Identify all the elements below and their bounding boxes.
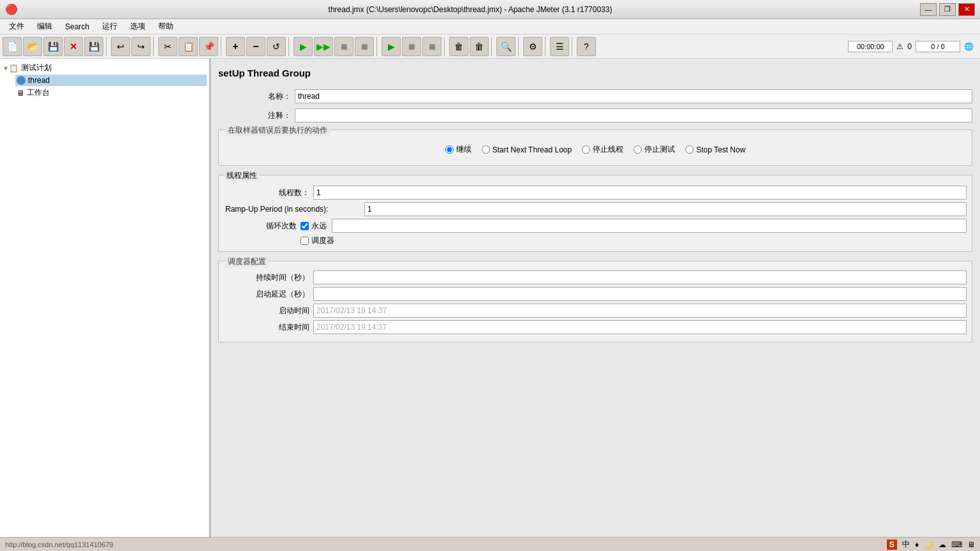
radio-stop-now[interactable]: Stop Test Now [685,145,745,154]
scheduler-config-label: 调度器配置 [225,256,269,267]
content-panel: setUp Thread Group 名称： 注释： 在取样器错误后要执行的动作… [211,59,980,537]
remote-shutdown-button[interactable]: ⏹ [422,37,442,56]
toolbar-sep-7 [491,37,494,56]
rampup-input[interactable] [364,202,967,216]
forever-checkbox[interactable] [301,222,309,230]
systray-chinese: 中 [902,539,910,550]
thread-count-label: 线程数： [224,187,313,198]
run-selected-button[interactable]: ▶▶ [314,37,333,56]
ratio-display: 0 / 0 [916,41,960,52]
shutdown-button[interactable]: ⏹ [355,37,374,56]
radio-continue-label: 继续 [456,144,471,155]
window-controls: — ❐ ✕ [920,3,975,16]
undo-button[interactable]: ↩ [111,37,130,56]
name-input[interactable] [295,89,972,103]
comment-row: 注释： [218,108,972,123]
clear-all-button[interactable]: 🗑 [470,37,489,56]
scheduler-label: 调度器 [311,235,334,246]
remote-stop-button[interactable]: ⏹ [402,37,421,56]
toolbar-sep-4 [288,37,291,56]
systray-monitor: 🖥 [967,540,975,549]
toolbar-sep-10 [572,37,574,56]
comment-input[interactable] [295,108,972,122]
loop-input[interactable] [332,219,967,233]
warning-count: 0 [907,42,912,51]
radio-continue[interactable]: 继续 [445,144,471,155]
radio-stop-now-label: Stop Test Now [696,145,745,154]
comment-label: 注释： [218,110,295,121]
menu-options[interactable]: 选项 [124,20,152,33]
duration-input[interactable] [313,270,967,284]
copy-button[interactable]: 📋 [179,37,198,56]
redo-button[interactable]: ↪ [131,37,151,56]
close-button[interactable]: ✕ [958,3,975,16]
menu-help[interactable]: 帮助 [152,20,180,33]
test-plan-label: 测试计划 [21,62,52,73]
open-button[interactable]: 📂 [23,37,42,56]
form-container: setUp Thread Group 名称： 注释： 在取样器错误后要执行的动作… [211,59,980,353]
menu-run[interactable]: 运行 [96,20,124,33]
cut-button[interactable]: ✂ [158,37,177,56]
menu-search[interactable]: Search [59,21,96,33]
save2-button[interactable]: 💾 [84,37,103,56]
menu-bar: 文件 编辑 Search 运行 选项 帮助 [0,19,980,34]
remote-start-button[interactable]: ▶ [382,37,401,56]
radio-stop-thread-label: 停止线程 [593,144,623,155]
end-time-input[interactable] [313,320,967,334]
section-title: setUp Thread Group [218,64,972,82]
start-time-input[interactable] [313,304,967,318]
collapse-button[interactable]: − [246,37,265,56]
menu-file[interactable]: 文件 [3,20,31,33]
thread-icon [17,76,26,85]
workbench-item[interactable]: 🖥 工作台 [15,86,207,99]
toolbar-sep-3 [221,37,223,56]
revert-button[interactable]: ✕ [64,37,83,56]
delay-input[interactable] [313,287,967,301]
thread-label: thread [28,76,50,85]
thread-count-row: 线程数： [224,186,967,200]
list-button[interactable]: ☰ [550,37,569,56]
scheduler-row: 调度器 [224,235,967,246]
delay-label: 启动延迟（秒） [224,289,313,300]
radio-stop-test-label: 停止测试 [644,144,675,155]
search-button[interactable]: 🔍 [496,37,516,56]
delay-row: 启动延迟（秒） [224,287,967,301]
thread-props-content: 线程数： Ramp-Up Period (in seconds): 循环次数 永… [224,186,967,246]
title-bar: 🔴 thread.jmx (C:\Users\lenovopc\Desktop\… [0,0,980,19]
duration-row: 持续时间（秒） [224,270,967,284]
tree-children: thread 🖥 工作台 [3,75,207,99]
expand-button[interactable]: + [226,37,245,56]
scheduler-config-section: 调度器配置 持续时间（秒） 启动延迟（秒） 启动时间 [218,261,972,342]
scheduler-checkbox[interactable] [301,237,309,245]
clear-button[interactable]: 🗑 [449,37,468,56]
thread-count-input[interactable] [313,186,967,200]
end-time-row: 结束时间 [224,320,967,334]
scheduler-config-content: 持续时间（秒） 启动延迟（秒） 启动时间 结束时间 [224,270,967,334]
restore-button[interactable]: ❐ [939,3,956,16]
end-time-label: 结束时间 [224,322,313,333]
save-button[interactable]: 💾 [43,37,63,56]
radio-stop-thread[interactable]: 停止线程 [582,144,623,155]
help-button[interactable]: ? [577,37,596,56]
paste-button[interactable]: 📌 [199,37,218,56]
menu-edit[interactable]: 编辑 [31,20,59,33]
rampup-row: Ramp-Up Period (in seconds): [224,202,967,216]
thread-item[interactable]: thread [15,75,207,86]
radio-stop-test[interactable]: 停止测试 [634,144,675,155]
thread-props-section: 线程属性 线程数： Ramp-Up Period (in seconds): 循… [218,175,972,252]
workbench-label: 工作台 [27,87,50,98]
main-area: ▾ 📋 测试计划 thread 🖥 工作台 setUp Thread Group… [0,59,980,537]
new-button[interactable]: 📄 [3,37,22,56]
systray-keyboard: ⌨ [951,540,962,549]
toggle-button[interactable]: ↺ [267,37,286,56]
function-button[interactable]: ⚙ [523,37,542,56]
workbench-icon: 🖥 [17,89,24,98]
run-button[interactable]: ▶ [293,37,313,56]
stop-button[interactable]: ⏹ [334,37,353,56]
toolbar-sep-5 [376,37,379,56]
tree-root[interactable]: ▾ 📋 测试计划 [3,61,207,75]
minimize-button[interactable]: — [920,3,937,16]
start-time-row: 启动时间 [224,304,967,318]
app-icon: 🔴 [5,3,18,15]
radio-next-loop[interactable]: Start Next Thread Loop [482,145,572,154]
